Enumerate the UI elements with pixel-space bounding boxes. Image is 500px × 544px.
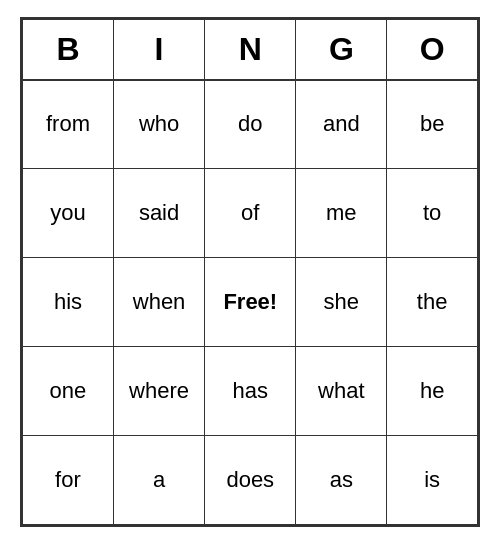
cell-r3-c2: has: [205, 347, 296, 436]
cell-r1-c2: of: [205, 169, 296, 258]
header-b: B: [23, 20, 114, 80]
cell-r3-c0: one: [23, 347, 114, 436]
row-0: fromwhodoandbe: [23, 80, 478, 169]
cell-r1-c0: you: [23, 169, 114, 258]
cell-r4-c3: as: [296, 436, 387, 525]
cell-r1-c1: said: [113, 169, 204, 258]
header-i: I: [113, 20, 204, 80]
header-row: B I N G O: [23, 20, 478, 80]
cell-r2-c3: she: [296, 258, 387, 347]
header-n: N: [205, 20, 296, 80]
row-2: hiswhenFree!shethe: [23, 258, 478, 347]
cell-r1-c3: me: [296, 169, 387, 258]
cell-r4-c4: is: [387, 436, 478, 525]
row-1: yousaidofmeto: [23, 169, 478, 258]
header-o: O: [387, 20, 478, 80]
cell-r1-c4: to: [387, 169, 478, 258]
row-3: onewherehaswhathe: [23, 347, 478, 436]
cell-r0-c1: who: [113, 80, 204, 169]
cell-r0-c4: be: [387, 80, 478, 169]
cell-r0-c3: and: [296, 80, 387, 169]
cell-r0-c2: do: [205, 80, 296, 169]
bingo-body: fromwhodoandbeyousaidofmetohiswhenFree!s…: [23, 80, 478, 525]
cell-r3-c1: where: [113, 347, 204, 436]
header-g: G: [296, 20, 387, 80]
cell-r4-c0: for: [23, 436, 114, 525]
cell-r2-c0: his: [23, 258, 114, 347]
cell-r3-c3: what: [296, 347, 387, 436]
cell-r4-c2: does: [205, 436, 296, 525]
cell-r2-c4: the: [387, 258, 478, 347]
cell-r3-c4: he: [387, 347, 478, 436]
bingo-table: B I N G O fromwhodoandbeyousaidofmetohis…: [22, 19, 478, 525]
row-4: foradoesasis: [23, 436, 478, 525]
cell-r4-c1: a: [113, 436, 204, 525]
cell-r2-c2: Free!: [205, 258, 296, 347]
bingo-card: B I N G O fromwhodoandbeyousaidofmetohis…: [20, 17, 480, 527]
cell-r0-c0: from: [23, 80, 114, 169]
cell-r2-c1: when: [113, 258, 204, 347]
